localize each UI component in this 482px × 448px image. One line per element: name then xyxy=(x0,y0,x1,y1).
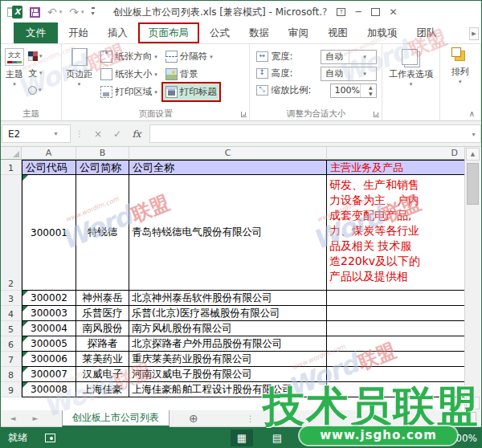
cancel-icon[interactable]: × xyxy=(88,128,108,140)
ribbon-tab-10[interactable]: 团队 xyxy=(408,22,446,43)
themes-button[interactable]: 文文 主题 ▾ xyxy=(2,47,27,108)
ribbon-tab-7[interactable]: 审阅 xyxy=(280,22,317,43)
row-header[interactable]: 5 xyxy=(1,321,22,336)
cell-company-code[interactable]: 300001 xyxy=(22,175,76,291)
column-header-d[interactable]: D xyxy=(327,147,465,160)
ribbon-tab-6[interactable]: 数据 xyxy=(240,22,278,43)
scroll-up-icon[interactable]: ▲ xyxy=(466,148,480,161)
cell-short-name[interactable]: 特锐德 xyxy=(76,175,129,291)
cell-main-business-header[interactable]: 主营业务及产品 xyxy=(327,160,465,175)
name-box-dropdown-icon[interactable]: ▾ xyxy=(36,130,70,137)
cell-company-code[interactable]: 300005 xyxy=(22,336,76,352)
enter-icon[interactable]: ✓ xyxy=(108,128,127,140)
cell-full-name[interactable]: 南方风机股份有限公司 xyxy=(129,321,327,336)
ribbon-tab-9[interactable]: 加载项 xyxy=(358,22,406,43)
save-icon[interactable] xyxy=(30,7,40,18)
row-header[interactable]: 8 xyxy=(1,367,22,382)
theme-colors-button[interactable]: ▾ xyxy=(28,49,43,63)
cell-full-name[interactable]: 重庆莱美药业股份有限公司 xyxy=(129,352,327,367)
print-titles-button[interactable]: 打印标题 xyxy=(163,83,219,100)
macro-record-icon[interactable] xyxy=(45,434,55,442)
cell-code-header[interactable]: 公司代码 xyxy=(22,160,76,175)
ribbon-tab-5[interactable]: 公式 xyxy=(201,22,239,43)
cell-short-name[interactable]: 南风股份 xyxy=(76,321,129,336)
scroll-down-icon[interactable]: ▼ xyxy=(466,397,480,409)
print-area-button[interactable]: 打印区域▾ xyxy=(98,83,160,100)
sheet-options-button[interactable]: 工作表选项 ▾ xyxy=(386,47,435,108)
dialog-launcher-icon[interactable] xyxy=(241,112,247,117)
cell-main-business[interactable] xyxy=(327,291,465,306)
cell-main-business[interactable] xyxy=(327,382,465,397)
cell-main-business[interactable] xyxy=(327,336,465,352)
column-header-b[interactable]: B xyxy=(76,147,129,160)
row-header[interactable]: 3 xyxy=(1,291,22,306)
background-button[interactable]: 背景 xyxy=(163,66,219,83)
select-all-corner[interactable] xyxy=(1,147,22,160)
ribbon-tab-1[interactable]: 文件 xyxy=(14,22,58,43)
row-header[interactable]: 2 xyxy=(1,175,22,291)
collapse-ribbon-icon[interactable]: ∧ xyxy=(469,109,475,118)
active-sheet-tab[interactable]: 创业板上市公司列表 xyxy=(62,410,170,427)
formula-input[interactable] xyxy=(149,124,467,143)
ribbon-tab-4[interactable]: 页面布局 xyxy=(138,22,199,43)
margins-button[interactable]: 页边距 ▾ xyxy=(63,47,95,108)
cell-full-name[interactable]: 乐普(北京)医疗器械股份有限公司 xyxy=(129,306,327,321)
cell-company-code[interactable]: 300006 xyxy=(22,352,76,367)
page-layout-view-button[interactable]: ▤ xyxy=(266,430,288,446)
breaks-button[interactable]: 分隔符▾ xyxy=(163,48,219,65)
cell-company-code[interactable]: 300003 xyxy=(22,306,76,321)
cell-main-business[interactable] xyxy=(327,321,465,336)
cell-full-name[interactable]: 河南汉威电子股份有限公司 xyxy=(129,367,327,382)
horizontal-scroll-right-icon[interactable]: ► xyxy=(461,412,476,425)
paper-size-button[interactable]: 纸张大小▾ xyxy=(98,66,160,83)
ribbon-display-options-icon[interactable]: ↑ xyxy=(337,8,345,16)
cell-short-name[interactable]: 神州泰岳 xyxy=(76,291,129,306)
cell-company-code[interactable]: 300007 xyxy=(22,367,76,382)
expand-formula-bar-icon[interactable]: ▾ xyxy=(467,124,481,143)
cell-main-business[interactable] xyxy=(327,306,465,321)
cell-full-name[interactable]: 上海佳豪船舶工程设计股份有限公司 xyxy=(129,382,327,397)
cell-short-name-header[interactable]: 公司简称 xyxy=(76,160,129,175)
customize-qat-icon[interactable]: ▾ xyxy=(92,7,95,17)
normal-view-button[interactable]: ▦ xyxy=(231,430,253,446)
cell-company-code[interactable]: 300004 xyxy=(22,321,76,336)
orientation-button[interactable]: 纸张方向▾ xyxy=(98,48,160,65)
row-header[interactable]: 7 xyxy=(1,352,22,367)
vertical-scrollbar[interactable]: ▲ ▼ xyxy=(464,147,480,410)
cell-full-name[interactable]: 北京探路者户外用品股份有限公司 xyxy=(129,336,327,352)
close-icon[interactable]: ✕ xyxy=(390,6,398,18)
cell-short-name[interactable]: 汉威电子 xyxy=(76,367,129,382)
row-header[interactable]: 9 xyxy=(1,382,22,397)
theme-fonts-button[interactable]: 文▾ xyxy=(28,66,43,80)
next-sheet-icon[interactable]: ► xyxy=(30,414,41,422)
new-sheet-icon[interactable]: ⊕ xyxy=(189,412,198,425)
vertical-scrollbar-thumb[interactable] xyxy=(467,163,479,205)
ribbon-tab-2[interactable]: 开始 xyxy=(59,22,97,43)
help-icon[interactable]: ? xyxy=(322,6,327,18)
cell-short-name[interactable]: 探路者 xyxy=(76,336,129,352)
undo-icon[interactable]: ↶ xyxy=(47,6,57,18)
width-dropdown[interactable]: 自动▾ xyxy=(321,50,377,64)
row-header[interactable]: 6 xyxy=(1,336,22,352)
maximize-icon[interactable] xyxy=(371,8,380,16)
column-header-a[interactable]: A xyxy=(22,147,76,160)
name-box[interactable]: E2 ▾ xyxy=(2,124,71,143)
theme-effects-button[interactable]: ▾ xyxy=(28,83,43,97)
cell-company-code[interactable]: 300002 xyxy=(22,291,76,306)
cell-short-name[interactable]: 上海佳豪 xyxy=(76,382,129,397)
ribbon-tab-3[interactable]: 插入 xyxy=(99,22,137,43)
cell-full-name[interactable]: 北京神州泰岳软件股份有限公司 xyxy=(129,291,327,306)
ribbon-tab-8[interactable]: 视图 xyxy=(319,22,357,43)
tab-overflow-arrow-icon[interactable]: ▶ xyxy=(469,27,479,40)
cell-main-business[interactable]: 研发、生产和销售 力设备为主、户内 成套变配电产品, 力、煤炭等各行业 品及相关… xyxy=(327,175,465,291)
dialog-launcher-icon[interactable] xyxy=(374,112,379,117)
zoom-level[interactable]: 100% xyxy=(450,433,477,444)
previous-sheet-icon[interactable]: ◄ xyxy=(7,414,18,422)
cell-short-name[interactable]: 莱美药业 xyxy=(76,352,129,367)
cell-main-business[interactable] xyxy=(327,367,465,382)
cell-main-business[interactable] xyxy=(327,352,465,367)
redo-dropdown-icon[interactable]: ▾ xyxy=(81,9,84,15)
row-header[interactable]: 1 xyxy=(1,160,22,175)
cell-company-code[interactable]: 300008 xyxy=(22,382,76,397)
insert-function-icon[interactable]: fx xyxy=(127,128,146,140)
